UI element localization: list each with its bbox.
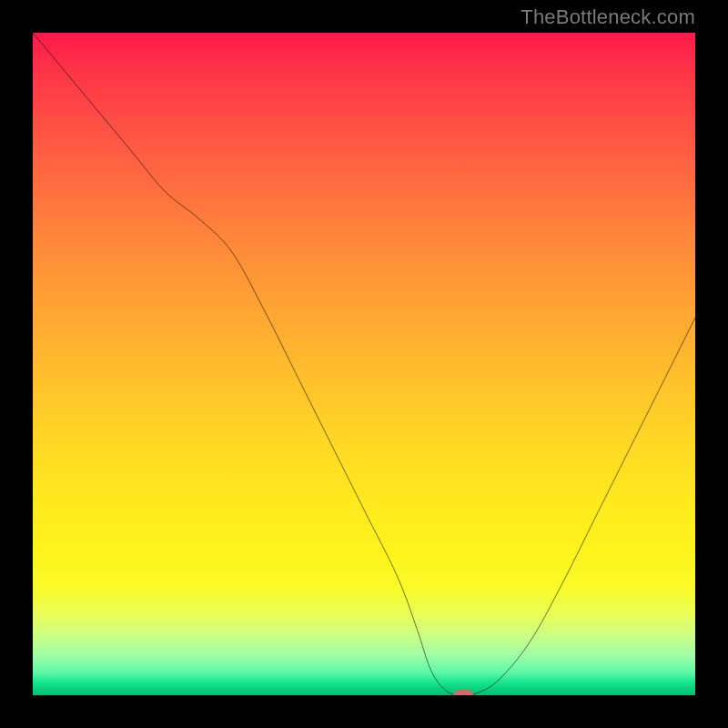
plot-area [33, 33, 695, 695]
watermark-text: TheBottleneck.com [521, 5, 695, 29]
bottleneck-curve [33, 33, 695, 695]
optimal-point-marker [453, 690, 473, 696]
chart-frame: TheBottleneck.com [0, 0, 728, 728]
